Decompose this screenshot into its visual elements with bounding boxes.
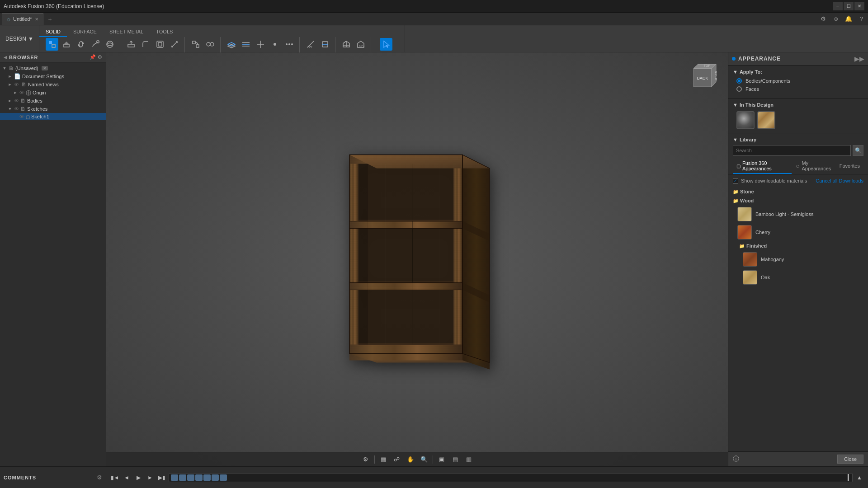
motion-link-icon[interactable] xyxy=(204,38,217,51)
mat-cherry[interactable]: Cherry xyxy=(728,223,868,241)
browser-settings-icon[interactable]: ⚙ xyxy=(98,54,102,60)
timeline-step-6[interactable] xyxy=(212,474,219,481)
press-pull-icon[interactable] xyxy=(125,38,137,51)
display-mode-icon[interactable]: ▤ xyxy=(449,454,461,465)
measure-icon[interactable] xyxy=(304,38,317,51)
tree-item-unsaved[interactable]: ▼ 🗎 (Unsaved) ✕ xyxy=(0,64,106,72)
swatch-metal[interactable] xyxy=(736,111,755,129)
mat-mahogany[interactable]: Mahogany xyxy=(728,250,868,268)
joint-icon[interactable] xyxy=(189,38,202,51)
lib-tab-my-appearances[interactable]: ☺ My Appearances xyxy=(792,159,836,174)
help-icon[interactable]: ? xyxy=(856,14,866,24)
apply-to-header[interactable]: ▼ Apply To: xyxy=(733,69,863,75)
tab-surface[interactable]: SURFACE xyxy=(67,27,103,37)
close-button[interactable]: Close xyxy=(837,455,863,464)
cancel-downloads-link[interactable]: Cancel all Downloads xyxy=(816,178,863,183)
bamboo-swatch xyxy=(737,207,752,221)
select-tool-icon[interactable] xyxy=(380,38,392,51)
appearance-pin-icon[interactable]: ▶▶ xyxy=(854,55,864,62)
viewport[interactable]: BACK TOP RIGHT xyxy=(106,52,728,466)
zoom-icon[interactable]: 🔍 xyxy=(418,454,430,465)
lib-tab-favorites[interactable]: Favorites xyxy=(836,159,863,174)
design-button[interactable]: DESIGN ▼ xyxy=(0,25,39,52)
tree-item-bodies[interactable]: ► 👁 🗎 Bodies xyxy=(0,97,106,105)
tree-label-sketches: Sketches xyxy=(27,106,47,112)
tree-item-sketches[interactable]: ▼ 👁 🗎 Sketches xyxy=(0,105,106,113)
scale-icon[interactable] xyxy=(168,38,181,51)
midplane-icon[interactable] xyxy=(240,38,252,51)
timeline-step-3[interactable] xyxy=(187,474,194,481)
extrude-icon[interactable] xyxy=(60,38,73,51)
tab-tools[interactable]: TOOLS xyxy=(150,27,179,37)
point-icon[interactable] xyxy=(269,38,281,51)
timeline-next-btn[interactable]: ► xyxy=(145,473,155,483)
insert-mesh-icon[interactable] xyxy=(340,38,353,51)
timeline-step-4[interactable] xyxy=(195,474,203,481)
nav-cube[interactable]: BACK TOP RIGHT xyxy=(684,60,721,96)
tree-item-named-views[interactable]: ► 👁 🗎 Named Views xyxy=(0,80,106,89)
new-component-icon[interactable] xyxy=(46,38,58,51)
settings-icon[interactable]: ⚙ xyxy=(818,14,828,24)
fillet-icon[interactable] xyxy=(139,38,152,51)
lib-tab-fusion[interactable]: ▢ Fusion 360 Appearances xyxy=(733,159,792,174)
timeline-track[interactable] xyxy=(169,473,853,482)
axis-icon[interactable] xyxy=(254,38,267,51)
tree-badge-unsaved[interactable]: ✕ xyxy=(42,66,48,70)
grid-icon[interactable]: ▦ xyxy=(377,454,389,465)
timeline-end-btn[interactable]: ▶▮ xyxy=(157,473,167,483)
oak-label: Oak xyxy=(761,275,770,280)
library-header[interactable]: ▼ Library xyxy=(728,133,868,145)
tree-item-sketch1[interactable]: ► 👁 ▢ Sketch1 xyxy=(0,113,106,120)
shell-icon[interactable] xyxy=(154,38,166,51)
timeline-start-btn[interactable]: ▮◄ xyxy=(110,473,120,483)
insert-svg-icon[interactable]: SVG xyxy=(354,38,367,51)
form-icon[interactable] xyxy=(104,38,116,51)
pan-icon[interactable]: ✋ xyxy=(405,454,416,465)
account-icon[interactable]: ☺ xyxy=(831,14,841,24)
mat-oak[interactable]: Oak xyxy=(728,268,868,286)
timeline-step-2[interactable] xyxy=(179,474,186,481)
info-icon[interactable]: ⓘ xyxy=(733,455,739,463)
timeline-play-btn[interactable]: ▶ xyxy=(133,473,143,483)
category-wood[interactable]: 📁 Wood xyxy=(728,196,868,205)
grid-display-icon[interactable]: ▥ xyxy=(463,454,475,465)
document-tab[interactable]: ◇ Untitled* ✕ xyxy=(2,13,43,25)
display-settings-icon[interactable]: ⚙ xyxy=(360,454,372,465)
browser-pin-icon[interactable]: 📌 xyxy=(90,54,96,60)
mat-bamboo[interactable]: Bamboo Light - Semigloss xyxy=(728,205,868,223)
revolve-icon[interactable] xyxy=(75,38,87,51)
swatch-wood[interactable] xyxy=(757,111,775,129)
in-design-header[interactable]: ▼ In This Design xyxy=(733,102,863,108)
tree-item-origin[interactable]: ► 👁 ⨁ Origin xyxy=(0,89,106,97)
timeline-prev-btn[interactable]: ◄ xyxy=(122,473,132,483)
new-tab-button[interactable]: + xyxy=(45,14,55,24)
category-stone[interactable]: 📁 Stone xyxy=(728,187,868,196)
sweep-icon[interactable] xyxy=(89,38,102,51)
tree-item-doc-settings[interactable]: ► 📄 Document Settings xyxy=(0,72,106,80)
library-search-button[interactable]: 🔍 xyxy=(853,145,863,156)
show-downloadable-checkbox[interactable] xyxy=(733,178,738,183)
minimize-button[interactable]: − xyxy=(833,2,843,10)
browser-collapse-icon[interactable]: ◀ xyxy=(4,55,7,60)
view-cube-icon[interactable]: ▣ xyxy=(436,454,448,465)
timeline-step-7[interactable] xyxy=(220,474,227,481)
select-icons xyxy=(380,38,392,51)
maximize-button[interactable]: ☐ xyxy=(844,2,854,10)
library-search-input[interactable] xyxy=(733,145,851,156)
tab-close-icon[interactable]: ✕ xyxy=(35,17,38,22)
radio-bodies[interactable] xyxy=(736,78,742,84)
timeline-step-5[interactable] xyxy=(203,474,211,481)
tab-sheet-metal[interactable]: SHEET METAL xyxy=(103,27,150,37)
tab-solid[interactable]: SOLID xyxy=(39,27,67,37)
offset-plane-icon[interactable] xyxy=(225,38,238,51)
radio-faces[interactable] xyxy=(736,86,742,92)
notification-icon[interactable]: 🔔 xyxy=(844,14,854,24)
comments-settings-icon[interactable]: ⚙ xyxy=(97,474,102,481)
category-finished[interactable]: 📁 Finished xyxy=(728,241,868,250)
timeline-expand-icon[interactable]: ▲ xyxy=(854,473,864,483)
snap-icon[interactable]: ☍ xyxy=(391,454,403,465)
close-button[interactable]: ✕ xyxy=(854,2,864,10)
section-analysis-icon[interactable] xyxy=(319,38,331,51)
construct-more-icon[interactable] xyxy=(283,38,296,51)
timeline-step-1[interactable] xyxy=(171,474,178,481)
